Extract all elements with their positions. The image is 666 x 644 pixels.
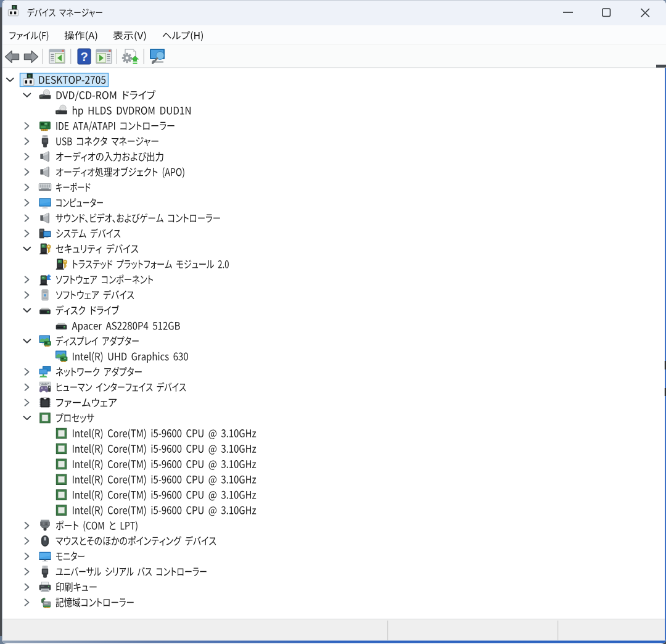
svg-text:?: ? xyxy=(80,50,88,64)
